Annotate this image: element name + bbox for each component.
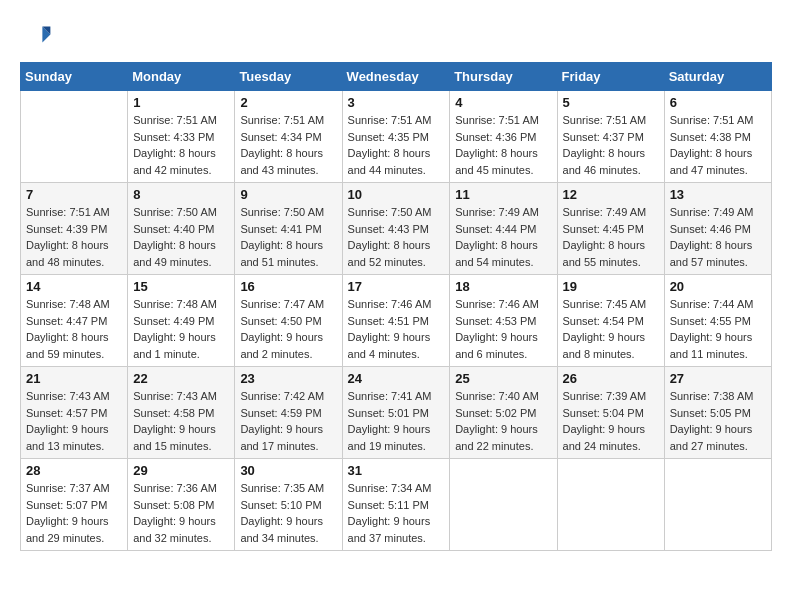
calendar-cell: 11Sunrise: 7:49 AMSunset: 4:44 PMDayligh… — [450, 183, 557, 275]
day-info: Sunrise: 7:40 AMSunset: 5:02 PMDaylight:… — [455, 388, 551, 454]
day-info: Sunrise: 7:47 AMSunset: 4:50 PMDaylight:… — [240, 296, 336, 362]
calendar-cell: 6Sunrise: 7:51 AMSunset: 4:38 PMDaylight… — [664, 91, 771, 183]
day-number: 24 — [348, 371, 445, 386]
day-info: Sunrise: 7:50 AMSunset: 4:41 PMDaylight:… — [240, 204, 336, 270]
calendar-header-sunday: Sunday — [21, 63, 128, 91]
day-info: Sunrise: 7:35 AMSunset: 5:10 PMDaylight:… — [240, 480, 336, 546]
calendar-cell: 22Sunrise: 7:43 AMSunset: 4:58 PMDayligh… — [128, 367, 235, 459]
day-info: Sunrise: 7:50 AMSunset: 4:43 PMDaylight:… — [348, 204, 445, 270]
day-info: Sunrise: 7:39 AMSunset: 5:04 PMDaylight:… — [563, 388, 659, 454]
day-number: 19 — [563, 279, 659, 294]
calendar-header-thursday: Thursday — [450, 63, 557, 91]
day-info: Sunrise: 7:48 AMSunset: 4:47 PMDaylight:… — [26, 296, 122, 362]
calendar-header-row: SundayMondayTuesdayWednesdayThursdayFrid… — [21, 63, 772, 91]
calendar-week-2: 7Sunrise: 7:51 AMSunset: 4:39 PMDaylight… — [21, 183, 772, 275]
day-info: Sunrise: 7:43 AMSunset: 4:57 PMDaylight:… — [26, 388, 122, 454]
calendar-cell: 2Sunrise: 7:51 AMSunset: 4:34 PMDaylight… — [235, 91, 342, 183]
calendar-cell: 5Sunrise: 7:51 AMSunset: 4:37 PMDaylight… — [557, 91, 664, 183]
day-number: 12 — [563, 187, 659, 202]
day-info: Sunrise: 7:50 AMSunset: 4:40 PMDaylight:… — [133, 204, 229, 270]
calendar-cell: 3Sunrise: 7:51 AMSunset: 4:35 PMDaylight… — [342, 91, 450, 183]
day-info: Sunrise: 7:49 AMSunset: 4:45 PMDaylight:… — [563, 204, 659, 270]
day-number: 22 — [133, 371, 229, 386]
page-header — [20, 20, 772, 52]
day-number: 21 — [26, 371, 122, 386]
calendar-cell: 14Sunrise: 7:48 AMSunset: 4:47 PMDayligh… — [21, 275, 128, 367]
calendar-week-4: 21Sunrise: 7:43 AMSunset: 4:57 PMDayligh… — [21, 367, 772, 459]
day-info: Sunrise: 7:44 AMSunset: 4:55 PMDaylight:… — [670, 296, 766, 362]
day-info: Sunrise: 7:48 AMSunset: 4:49 PMDaylight:… — [133, 296, 229, 362]
calendar-header-wednesday: Wednesday — [342, 63, 450, 91]
calendar: SundayMondayTuesdayWednesdayThursdayFrid… — [20, 62, 772, 551]
day-info: Sunrise: 7:42 AMSunset: 4:59 PMDaylight:… — [240, 388, 336, 454]
day-number: 30 — [240, 463, 336, 478]
day-info: Sunrise: 7:46 AMSunset: 4:51 PMDaylight:… — [348, 296, 445, 362]
calendar-cell: 21Sunrise: 7:43 AMSunset: 4:57 PMDayligh… — [21, 367, 128, 459]
day-info: Sunrise: 7:51 AMSunset: 4:34 PMDaylight:… — [240, 112, 336, 178]
day-info: Sunrise: 7:41 AMSunset: 5:01 PMDaylight:… — [348, 388, 445, 454]
day-number: 16 — [240, 279, 336, 294]
day-number: 9 — [240, 187, 336, 202]
day-number: 29 — [133, 463, 229, 478]
calendar-week-5: 28Sunrise: 7:37 AMSunset: 5:07 PMDayligh… — [21, 459, 772, 551]
day-number: 14 — [26, 279, 122, 294]
day-number: 20 — [670, 279, 766, 294]
calendar-cell: 31Sunrise: 7:34 AMSunset: 5:11 PMDayligh… — [342, 459, 450, 551]
day-number: 18 — [455, 279, 551, 294]
calendar-header-tuesday: Tuesday — [235, 63, 342, 91]
calendar-cell: 12Sunrise: 7:49 AMSunset: 4:45 PMDayligh… — [557, 183, 664, 275]
day-number: 17 — [348, 279, 445, 294]
day-number: 15 — [133, 279, 229, 294]
logo — [20, 20, 56, 52]
calendar-cell: 10Sunrise: 7:50 AMSunset: 4:43 PMDayligh… — [342, 183, 450, 275]
calendar-cell: 25Sunrise: 7:40 AMSunset: 5:02 PMDayligh… — [450, 367, 557, 459]
calendar-cell: 26Sunrise: 7:39 AMSunset: 5:04 PMDayligh… — [557, 367, 664, 459]
day-info: Sunrise: 7:46 AMSunset: 4:53 PMDaylight:… — [455, 296, 551, 362]
calendar-cell: 13Sunrise: 7:49 AMSunset: 4:46 PMDayligh… — [664, 183, 771, 275]
day-number: 13 — [670, 187, 766, 202]
day-info: Sunrise: 7:38 AMSunset: 5:05 PMDaylight:… — [670, 388, 766, 454]
calendar-cell: 23Sunrise: 7:42 AMSunset: 4:59 PMDayligh… — [235, 367, 342, 459]
calendar-cell: 7Sunrise: 7:51 AMSunset: 4:39 PMDaylight… — [21, 183, 128, 275]
calendar-cell: 19Sunrise: 7:45 AMSunset: 4:54 PMDayligh… — [557, 275, 664, 367]
calendar-cell: 4Sunrise: 7:51 AMSunset: 4:36 PMDaylight… — [450, 91, 557, 183]
day-number: 4 — [455, 95, 551, 110]
day-info: Sunrise: 7:36 AMSunset: 5:08 PMDaylight:… — [133, 480, 229, 546]
day-info: Sunrise: 7:34 AMSunset: 5:11 PMDaylight:… — [348, 480, 445, 546]
day-info: Sunrise: 7:51 AMSunset: 4:38 PMDaylight:… — [670, 112, 766, 178]
day-info: Sunrise: 7:51 AMSunset: 4:37 PMDaylight:… — [563, 112, 659, 178]
day-number: 11 — [455, 187, 551, 202]
day-number: 26 — [563, 371, 659, 386]
day-info: Sunrise: 7:37 AMSunset: 5:07 PMDaylight:… — [26, 480, 122, 546]
calendar-header-friday: Friday — [557, 63, 664, 91]
day-number: 7 — [26, 187, 122, 202]
calendar-cell: 29Sunrise: 7:36 AMSunset: 5:08 PMDayligh… — [128, 459, 235, 551]
calendar-week-3: 14Sunrise: 7:48 AMSunset: 4:47 PMDayligh… — [21, 275, 772, 367]
day-number: 23 — [240, 371, 336, 386]
day-number: 2 — [240, 95, 336, 110]
calendar-cell — [450, 459, 557, 551]
calendar-cell — [664, 459, 771, 551]
day-number: 3 — [348, 95, 445, 110]
calendar-cell: 9Sunrise: 7:50 AMSunset: 4:41 PMDaylight… — [235, 183, 342, 275]
calendar-cell: 24Sunrise: 7:41 AMSunset: 5:01 PMDayligh… — [342, 367, 450, 459]
calendar-cell — [557, 459, 664, 551]
calendar-cell: 28Sunrise: 7:37 AMSunset: 5:07 PMDayligh… — [21, 459, 128, 551]
calendar-cell: 30Sunrise: 7:35 AMSunset: 5:10 PMDayligh… — [235, 459, 342, 551]
calendar-cell: 20Sunrise: 7:44 AMSunset: 4:55 PMDayligh… — [664, 275, 771, 367]
day-number: 28 — [26, 463, 122, 478]
day-number: 5 — [563, 95, 659, 110]
day-number: 31 — [348, 463, 445, 478]
calendar-header-monday: Monday — [128, 63, 235, 91]
day-info: Sunrise: 7:51 AMSunset: 4:35 PMDaylight:… — [348, 112, 445, 178]
day-number: 25 — [455, 371, 551, 386]
day-info: Sunrise: 7:45 AMSunset: 4:54 PMDaylight:… — [563, 296, 659, 362]
day-number: 1 — [133, 95, 229, 110]
calendar-cell — [21, 91, 128, 183]
day-number: 8 — [133, 187, 229, 202]
calendar-cell: 15Sunrise: 7:48 AMSunset: 4:49 PMDayligh… — [128, 275, 235, 367]
calendar-cell: 16Sunrise: 7:47 AMSunset: 4:50 PMDayligh… — [235, 275, 342, 367]
calendar-cell: 18Sunrise: 7:46 AMSunset: 4:53 PMDayligh… — [450, 275, 557, 367]
calendar-cell: 17Sunrise: 7:46 AMSunset: 4:51 PMDayligh… — [342, 275, 450, 367]
day-number: 6 — [670, 95, 766, 110]
